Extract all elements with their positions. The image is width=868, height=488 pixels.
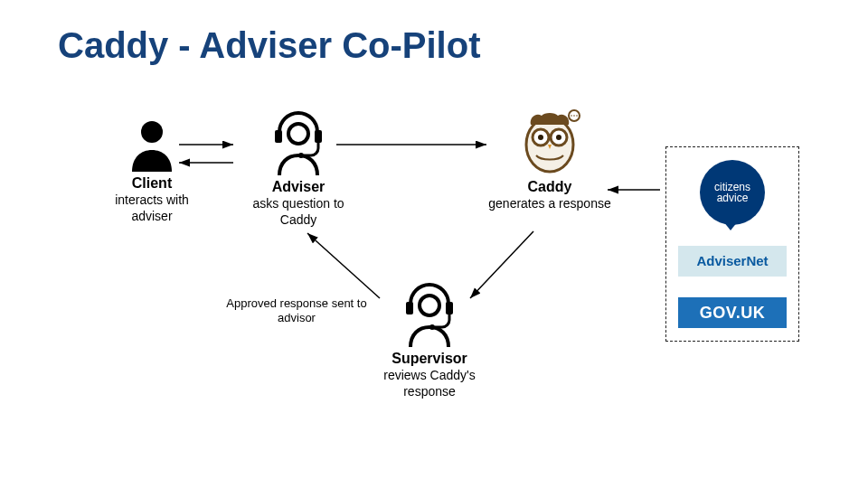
svg-point-8 — [538, 135, 543, 140]
node-client-title: Client — [98, 175, 206, 192]
svg-point-11 — [571, 115, 572, 117]
svg-point-12 — [573, 115, 575, 117]
node-adviser: Adviser asks question to Caddy — [235, 110, 362, 228]
node-adviser-desc: asks question to Caddy — [235, 195, 362, 228]
node-caddy: Caddy generates a response — [486, 107, 613, 211]
svg-rect-14 — [406, 302, 413, 314]
page-title: Caddy - Adviser Co-Pilot — [58, 25, 480, 66]
svg-point-4 — [288, 124, 308, 144]
sources-box: citizens advice AdviserNet GOV.UK — [665, 146, 799, 342]
node-caddy-title: Caddy — [486, 179, 613, 195]
source-citizens-advice: citizens advice — [700, 160, 765, 225]
source-citizens-line2: advice — [717, 192, 749, 203]
source-citizens-line1: citizens — [714, 182, 750, 192]
svg-point-13 — [576, 115, 578, 117]
svg-rect-1 — [275, 130, 282, 143]
node-client: Client interacts with adviser — [98, 117, 206, 224]
node-caddy-desc: generates a response — [486, 195, 613, 211]
node-adviser-title: Adviser — [235, 179, 362, 195]
node-supervisor-desc: reviews Caddy's response — [362, 367, 497, 399]
node-client-desc: interacts with adviser — [98, 192, 206, 224]
edge-label-approved: Approved response sent to advisor — [224, 296, 369, 326]
svg-point-17 — [420, 296, 439, 315]
owl-icon — [486, 107, 613, 175]
source-advisernet: AdviserNet — [678, 246, 787, 277]
svg-rect-15 — [446, 302, 453, 314]
slide: Caddy - Adviser Co-Pilot Client interact… — [0, 0, 868, 488]
svg-point-9 — [556, 135, 561, 140]
node-supervisor: Supervisor reviews Caddy's response — [362, 282, 497, 399]
node-supervisor-title: Supervisor — [362, 351, 497, 367]
svg-point-0 — [141, 121, 163, 143]
headset-person-icon — [235, 110, 362, 175]
headset-person-icon — [362, 282, 497, 347]
svg-rect-2 — [315, 130, 322, 143]
person-icon — [98, 117, 206, 172]
source-govuk: GOV.UK — [678, 297, 787, 328]
